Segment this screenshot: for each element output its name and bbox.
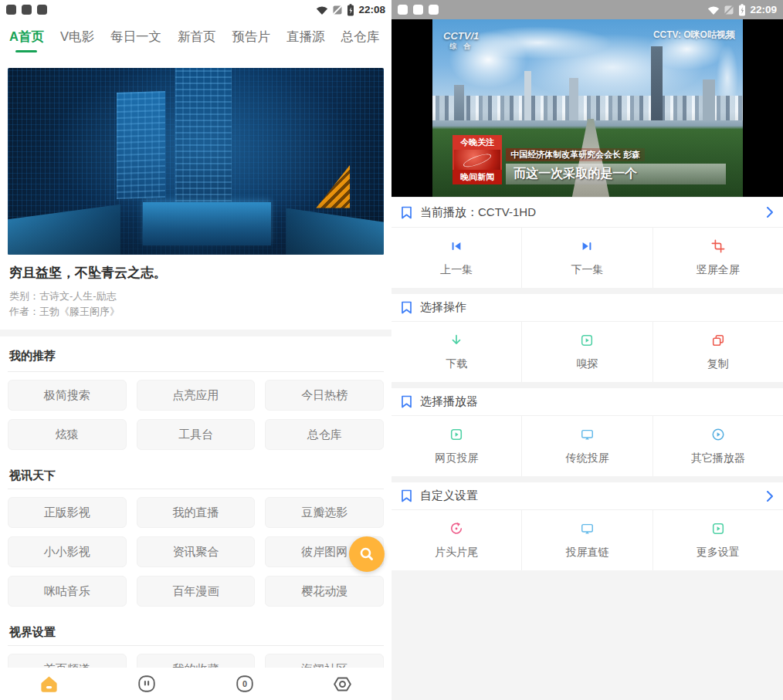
bottom-nav-bar: 0 (0, 668, 392, 700)
playback-row: 上一集 下一集 竖屏全屏 (392, 228, 783, 288)
copy-button[interactable]: 复制 (652, 322, 783, 382)
quick-button[interactable]: 我的直播 (137, 497, 256, 528)
search-icon (358, 546, 375, 563)
quick-button[interactable]: 工具台 (137, 419, 256, 450)
news-banner: 今晚关注 晚间新闻 中国经济体制改革研究会会长 彭森 而这一次采取的是一个 (453, 135, 726, 184)
video-skyline (432, 96, 743, 120)
bookmark-icon (401, 489, 412, 502)
tab-trailers[interactable]: 预告片 (232, 29, 270, 46)
migu-watermark: CCTV: O咪O咕视频 (653, 29, 735, 42)
next-icon (580, 239, 594, 253)
download-button[interactable]: 下载 (392, 322, 521, 382)
news-captions: 中国经济体制改革研究会会长 彭森 而这一次采取的是一个 (506, 147, 726, 184)
quick-button[interactable]: 咪咕音乐 (8, 576, 127, 607)
zero-square-icon: 0 (235, 674, 255, 694)
no-signal-icon (724, 5, 734, 15)
section-separator (392, 382, 783, 388)
download-icon (449, 333, 463, 347)
more-settings-button[interactable]: 更多设置 (652, 510, 783, 570)
play-square-icon (580, 333, 594, 347)
daily-quote-meta: 类别：古诗文-人生-励志 作者：王勃《滕王阁序》 (9, 289, 382, 320)
no-signal-icon (332, 5, 343, 15)
video-world-grid: 正版影视 我的直播 豆瓣选影 小小影视 资讯聚合 彼岸图网 咪咕音乐 百年漫画 … (0, 489, 392, 616)
section-separator (0, 330, 392, 336)
skip-intro-outro-button[interactable]: 片头片尾 (392, 510, 521, 570)
quick-button[interactable]: 点亮应用 (137, 380, 256, 411)
settings-hexagon-icon (332, 674, 353, 695)
tab-new-home[interactable]: 新首页 (178, 29, 216, 46)
quick-button[interactable]: 资讯聚合 (137, 536, 256, 567)
wifi-icon (707, 5, 720, 15)
quick-button[interactable]: 总仓库 (265, 419, 384, 450)
status-bar-right: 22:09 (392, 0, 783, 19)
nav-settings-button[interactable] (320, 674, 366, 695)
play-circle-icon (711, 428, 725, 441)
previous-icon (449, 239, 463, 253)
copy-icon (711, 333, 725, 347)
tab-daily-article[interactable]: 每日一文 (110, 29, 161, 46)
quick-button[interactable]: 百年漫画 (137, 576, 256, 607)
wifi-icon (316, 5, 328, 15)
quick-button[interactable]: 豆瓣选影 (265, 497, 384, 528)
battery-charging-icon (347, 4, 354, 16)
section-separator (392, 288, 783, 294)
chevron-right-icon (766, 491, 774, 502)
clock-text: 22:09 (750, 4, 777, 15)
previous-episode-button[interactable]: 上一集 (392, 228, 521, 288)
group-header-custom-settings[interactable]: 自定义设置 (392, 482, 783, 510)
tab-main-repo[interactable]: 总仓库 (341, 29, 379, 46)
quick-button[interactable]: 小小影视 (8, 536, 127, 567)
cctv1-channel-logo: CCTV/1 综 合 (443, 30, 479, 52)
notification-icon (6, 5, 16, 15)
daily-article-image[interactable] (8, 68, 384, 255)
quick-button[interactable]: 樱花动漫 (265, 576, 384, 607)
notification-icon (37, 5, 47, 15)
news-caption-large: 而这一次采取的是一个 (506, 164, 726, 184)
notification-icon (22, 5, 32, 15)
left-phone-screen: 22:08 A首页 V电影 每日一文 新首页 预告片 直播源 总仓库 穷且益坚，… (0, 0, 392, 700)
search-fab-button[interactable] (349, 536, 385, 572)
recommend-grid: 极简搜索 点亮应用 今日热榜 炫猿 工具台 总仓库 (0, 372, 392, 459)
traditional-cast-button[interactable]: 传统投屏 (521, 416, 652, 476)
now-playing-row[interactable]: 当前播放：CCTV-1HD (392, 197, 783, 228)
globe-graphic (453, 150, 502, 170)
tab-live-sources[interactable]: 直播源 (286, 29, 325, 46)
sniff-button[interactable]: 嗅探 (521, 322, 652, 382)
tab-a-home[interactable]: A首页 (9, 29, 44, 46)
nav-zero-button[interactable]: 0 (222, 674, 268, 694)
nav-pause-button[interactable] (124, 674, 170, 694)
svg-text:0: 0 (242, 679, 247, 688)
custom-settings-row: 片头片尾 投屏直链 更多设置 (392, 510, 783, 570)
pause-square-icon (137, 674, 157, 694)
actions-row: 下载 嗅探 复制 (392, 322, 783, 382)
video-player[interactable]: CCTV/1 综 合 CCTV: O咪O咕视频 今晚关注 晚间新闻 中国经济体制… (392, 19, 783, 197)
cast-link-button[interactable]: 投屏直链 (521, 510, 652, 570)
status-bar-left: 22:08 (0, 0, 392, 19)
next-episode-button[interactable]: 下一集 (521, 228, 652, 288)
bookmark-icon (401, 395, 412, 408)
section-separator (392, 476, 783, 482)
tab-v-movies[interactable]: V电影 (60, 29, 94, 46)
quick-button[interactable]: 炫猿 (8, 419, 127, 450)
empty-area (392, 570, 783, 700)
nav-home-button[interactable] (25, 674, 72, 695)
news-badge: 今晚关注 晚间新闻 (453, 135, 502, 184)
top-tab-bar: A首页 V电影 每日一文 新首页 预告片 直播源 总仓库 (0, 19, 392, 55)
bookmark-icon (401, 301, 412, 314)
portrait-fullscreen-button[interactable]: 竖屏全屏 (652, 228, 783, 288)
section-title-view-settings: 视界设置 (0, 616, 392, 645)
quick-button[interactable]: 今日热榜 (265, 380, 384, 411)
section-title-recommend: 我的推荐 (0, 336, 392, 371)
quick-button[interactable]: 正版影视 (8, 497, 127, 528)
video-frame: CCTV/1 综 合 CCTV: O咪O咕视频 今晚关注 晚间新闻 中国经济体制… (432, 19, 743, 197)
other-player-button[interactable]: 其它播放器 (652, 416, 783, 476)
daily-quote-author: 作者：王勃《滕王阁序》 (9, 304, 382, 320)
quick-button[interactable]: 极简搜索 (8, 380, 127, 411)
section-title-video-world: 视讯天下 (0, 459, 392, 489)
group-header-actions: 选择操作 (392, 294, 783, 322)
notification-icon (429, 5, 439, 15)
web-cast-button[interactable]: 网页投屏 (392, 416, 521, 476)
cast-icon (580, 428, 595, 441)
now-playing-label: 当前播放：CCTV-1HD (420, 205, 536, 220)
crop-rotate-icon (711, 239, 725, 253)
